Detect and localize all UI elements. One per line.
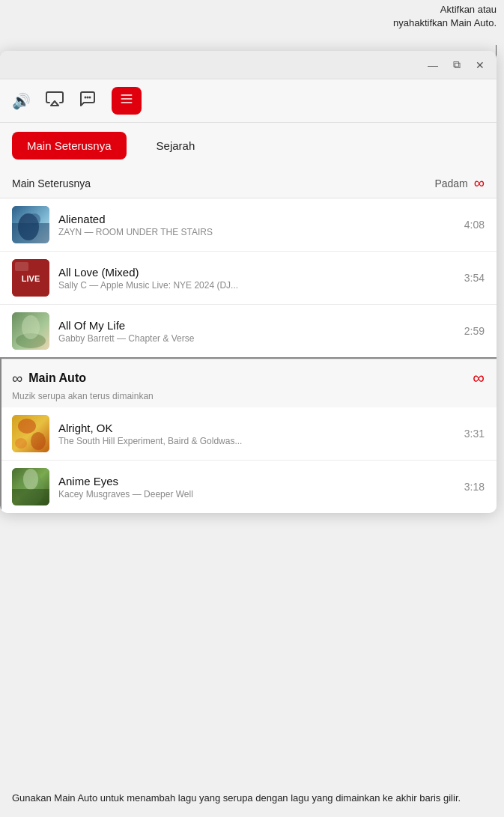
svg-marker-0 [51,101,58,106]
svg-point-16 [22,315,40,339]
album-art-alienated [12,206,49,243]
main-auto-section: ∞ Main Auto ∞ Muzik serupa akan terus di… [0,357,497,513]
tab-main-seterusnya[interactable]: Main Seterusnya [12,132,127,160]
annotation-top: Aktifkan atau nyahaktifkan Main Auto. [347,3,497,30]
titlebar: — ⧉ ✕ [0,51,497,79]
svg-point-19 [31,432,46,450]
airplay-icon[interactable] [46,90,64,112]
song-item[interactable]: Alright, OK The South Hill Experiment, B… [0,407,497,461]
section-header: Main Seterusnya Padam ∞ [0,168,497,198]
album-art-anime [12,468,49,505]
song-info: Anime Eyes Kacey Musgraves — Deeper Well [58,475,455,499]
song-duration: 3:18 [464,481,485,493]
section-header-actions: Padam ∞ [434,174,485,192]
song-duration: 4:08 [464,219,485,231]
song-title: All Of My Life [58,319,455,332]
section-title: Main Seterusnya [12,177,91,189]
main-auto-header: ∞ Main Auto ∞ [0,359,497,391]
song-artist: Kacey Musgraves — Deeper Well [58,489,455,499]
svg-rect-4 [121,94,133,96]
padam-button[interactable]: Padam [434,177,467,189]
song-title: Alienated [58,213,455,225]
main-auto-subtitle: Muzik serupa akan terus dimainkan [0,391,497,407]
main-window: — ⧉ ✕ 🔊 [0,51,497,513]
maximize-button[interactable]: ⧉ [450,57,464,73]
main-auto-title-row: ∞ Main Auto [12,370,86,387]
up-next-list: Alienated ZAYN — ROOM UNDER THE STAIRS 4… [0,198,497,357]
song-artist: ZAYN — ROOM UNDER THE STAIRS [58,227,455,237]
song-duration: 3:31 [464,428,485,440]
main-auto-song-list: Alright, OK The South Hill Experiment, B… [0,407,497,513]
song-artist: Gabby Barrett — Chapter & Verse [58,333,455,344]
svg-text:LIVE: LIVE [22,274,40,283]
tab-sejarah[interactable]: Sejarah [142,132,210,160]
song-item[interactable]: Anime Eyes Kacey Musgraves — Deeper Well… [0,461,497,513]
song-info: Alienated ZAYN — ROOM UNDER THE STAIRS [58,213,455,237]
song-title: Anime Eyes [58,475,455,488]
song-artist: Sally C — Apple Music Live: NYE 2024 (DJ… [58,280,455,291]
annotation-bottom: Gunakan Main Auto untuk menambah lagu ya… [12,791,489,806]
album-art-alllove: LIVE [12,259,49,297]
svg-rect-5 [121,98,133,100]
svg-rect-7 [12,206,49,243]
svg-rect-6 [121,102,133,103]
song-title: Alright, OK [58,422,455,434]
song-duration: 3:54 [464,272,485,284]
queue-list-icon[interactable] [112,87,142,115]
svg-point-23 [23,469,38,490]
svg-rect-13 [15,262,28,271]
bracket-left-line [0,359,1,513]
titlebar-controls: — ⧉ ✕ [425,57,488,73]
main-auto-toggle-icon[interactable]: ∞ [473,368,485,388]
album-art-allmylife [12,312,49,350]
album-art-alright [12,415,49,452]
minimize-button[interactable]: — [425,57,441,73]
annotation-line1: Aktifkan atau [440,4,497,15]
main-auto-title: Main Auto [28,371,86,385]
svg-point-18 [18,419,36,434]
autoplay-toggle-icon[interactable]: ∞ [474,174,485,192]
chat-icon[interactable] [79,90,97,112]
song-artist: The South Hill Experiment, Baird & Goldw… [58,436,455,446]
song-item[interactable]: Alienated ZAYN — ROOM UNDER THE STAIRS 4… [0,198,497,252]
song-duration: 2:59 [464,325,485,337]
song-info: All Of My Life Gabby Barrett — Chapter &… [58,319,455,344]
song-item[interactable]: LIVE All Love (Mixed) Sally C — Apple Mu… [0,252,497,305]
toolbar: 🔊 [0,79,497,123]
tabs-row: Main Seterusnya Sejarah [0,123,497,168]
annotation-bottom-text: Gunakan Main Auto untuk menambah lagu ya… [12,792,461,804]
song-title: All Love (Mixed) [58,266,455,279]
svg-point-9 [28,213,40,225]
svg-point-20 [15,438,27,449]
volume-icon[interactable]: 🔊 [12,92,31,110]
song-item[interactable]: All Of My Life Gabby Barrett — Chapter &… [0,305,497,357]
svg-rect-24 [12,489,49,505]
song-info: All Love (Mixed) Sally C — Apple Music L… [58,266,455,291]
main-auto-infinity-icon: ∞ [12,370,22,387]
close-button[interactable]: ✕ [473,57,488,73]
song-info: Alright, OK The South Hill Experiment, B… [58,422,455,446]
annotation-line2: nyahaktifkan Main Auto. [393,17,497,28]
